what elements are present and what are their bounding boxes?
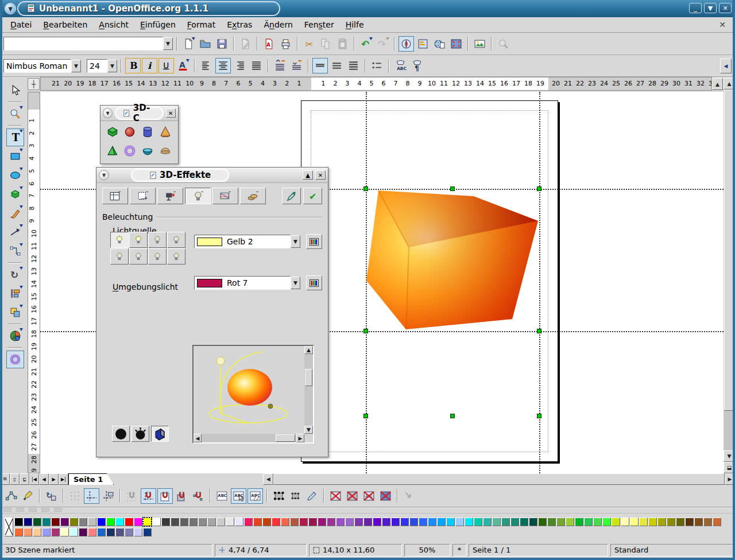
color-cell[interactable] xyxy=(198,518,207,526)
color-cell[interactable] xyxy=(345,518,354,526)
close-icon[interactable]: ✕ xyxy=(166,108,176,118)
selection-handle[interactable] xyxy=(537,329,541,333)
page-tab[interactable]: Seite 1 xyxy=(68,473,114,485)
align-left-button[interactable] xyxy=(199,58,214,73)
color-cell[interactable] xyxy=(207,518,216,526)
color-cell[interactable] xyxy=(575,518,583,526)
cut-button[interactable]: ✂ xyxy=(301,36,317,52)
tab-darstellung-button[interactable] xyxy=(157,188,183,204)
color-cell[interactable] xyxy=(235,518,243,526)
preview-vscroll-thumb[interactable] xyxy=(305,369,312,386)
color-cell[interactable] xyxy=(308,518,317,526)
undo-button[interactable]: ↶ xyxy=(358,36,374,52)
selection-handle[interactable] xyxy=(537,414,541,418)
scroll-up-icon[interactable]: ▲ xyxy=(712,78,723,90)
color-cell[interactable] xyxy=(106,528,115,536)
selection-handle[interactable] xyxy=(363,414,368,418)
color-cell[interactable] xyxy=(24,528,32,536)
color-cell[interactable] xyxy=(42,528,51,536)
no-fill-cell[interactable] xyxy=(5,518,13,536)
color-cell[interactable] xyxy=(657,518,666,526)
color-cell[interactable] xyxy=(510,518,519,526)
text-tool-button[interactable]: T xyxy=(6,129,24,146)
color-cell[interactable] xyxy=(97,528,106,536)
menubar-close-icon[interactable]: ✕ xyxy=(714,20,730,29)
color-cell[interactable] xyxy=(648,518,657,526)
color-cell[interactable] xyxy=(115,518,124,526)
menu-ndern[interactable]: Ändern xyxy=(258,18,298,31)
tab-texturen-button[interactable] xyxy=(212,188,238,204)
color-cell[interactable] xyxy=(327,518,335,526)
color-cell[interactable] xyxy=(621,518,629,526)
light-color-dropdown-icon[interactable]: ▼ xyxy=(291,235,300,248)
contour-mode-button[interactable] xyxy=(345,488,360,504)
ambient-color-combobox[interactable]: Rot 7 ▼ xyxy=(194,275,322,290)
decrease-paragraph-spacing-button[interactable] xyxy=(289,58,304,73)
preview-vertical-scrollbar[interactable]: ▲ ▼ xyxy=(304,346,313,434)
3d-shell-button[interactable] xyxy=(140,142,156,159)
simple-handles-button[interactable] xyxy=(271,488,287,504)
color-cell[interactable] xyxy=(612,518,620,526)
minimize-button[interactable]: _ xyxy=(689,3,702,13)
print-button[interactable] xyxy=(278,36,293,52)
guides-to-front-button[interactable] xyxy=(100,488,116,504)
underline-button[interactable]: U xyxy=(158,58,174,73)
show-guides-button[interactable] xyxy=(84,488,99,504)
color-cell[interactable] xyxy=(152,518,161,526)
picture-placeholders-button[interactable] xyxy=(328,488,343,504)
prev-page-icon[interactable]: ◀ xyxy=(39,473,49,485)
connector-tool-button[interactable] xyxy=(6,242,24,260)
rollup-icon[interactable]: ▲ xyxy=(303,170,313,180)
menu-hilfe[interactable]: Hilfe xyxy=(340,18,370,31)
color-cell[interactable] xyxy=(676,518,684,526)
gallery-button[interactable] xyxy=(432,36,447,52)
selection-handle[interactable] xyxy=(537,186,541,191)
insert-graphics-button[interactable] xyxy=(472,36,488,52)
light-source-2-button[interactable] xyxy=(129,232,148,248)
toolbar-collapse-icon[interactable]: ◀ xyxy=(720,59,732,73)
color-cell[interactable] xyxy=(713,518,721,526)
close-button[interactable]: ✕ xyxy=(719,3,732,13)
color-cell[interactable] xyxy=(363,518,372,526)
text-placeholders-button[interactable]: ABC xyxy=(361,488,377,504)
open-document-button[interactable] xyxy=(198,36,213,52)
menu-bearbeiten[interactable]: Bearbeiten xyxy=(37,18,93,31)
character-dialog-button[interactable]: ABC xyxy=(393,58,408,73)
save-document-button[interactable] xyxy=(214,36,230,52)
rectangle-tool-button[interactable] xyxy=(6,147,24,165)
color-cell[interactable] xyxy=(474,518,482,526)
color-cell[interactable] xyxy=(262,518,271,526)
scroll-right-icon[interactable]: ▶ xyxy=(296,434,304,442)
menu-ansicht[interactable]: Ansicht xyxy=(93,18,134,31)
navigator-button[interactable] xyxy=(399,36,414,52)
align-justify-button[interactable] xyxy=(249,58,264,73)
ruler-corner[interactable]: ┼ xyxy=(28,78,40,90)
color-cell[interactable] xyxy=(538,518,547,526)
color-cell[interactable] xyxy=(88,518,96,526)
snap-to-margins-button[interactable] xyxy=(157,488,173,504)
selection-handle[interactable] xyxy=(363,186,368,191)
scroll-down-icon[interactable]: ▼ xyxy=(724,450,735,462)
3d-pyramid-button[interactable] xyxy=(104,142,121,159)
curve-tool-button[interactable] xyxy=(6,204,24,222)
menu-fenster[interactable]: Fenster xyxy=(299,18,340,31)
color-cell[interactable] xyxy=(446,518,455,526)
3d-objects-tool-button[interactable] xyxy=(6,185,24,203)
selection-handle[interactable] xyxy=(450,186,455,191)
color-cell[interactable] xyxy=(584,518,593,526)
line-contour-only-button[interactable] xyxy=(378,488,393,504)
3d-half-sphere-button[interactable] xyxy=(157,142,173,159)
color-cell[interactable] xyxy=(180,518,188,526)
color-cell[interactable] xyxy=(69,518,78,526)
preview-mode-lights-button[interactable] xyxy=(131,426,149,442)
3d-cone-button[interactable] xyxy=(157,123,173,140)
light-source-7-button[interactable] xyxy=(148,248,167,265)
color-cell[interactable] xyxy=(115,528,124,536)
color-cell[interactable] xyxy=(143,528,152,536)
preview-horizontal-scrollbar[interactable]: ◀ ▶ xyxy=(194,434,304,442)
light-color-dialog-button[interactable] xyxy=(306,234,322,249)
tab-beleuchtung-button[interactable] xyxy=(185,188,211,204)
shade-button[interactable]: ▼ xyxy=(704,3,717,13)
font-color-button[interactable]: A xyxy=(175,58,191,73)
color-cell[interactable] xyxy=(694,518,703,526)
